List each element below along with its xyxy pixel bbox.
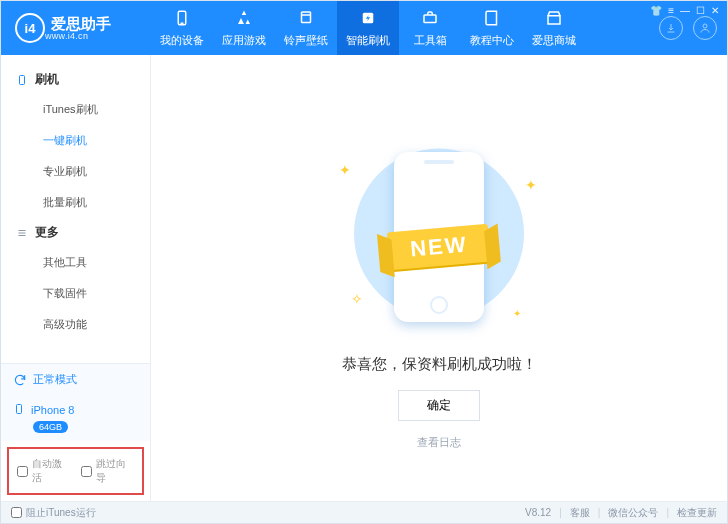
separator: |: [598, 507, 601, 518]
version-label: V8.12: [525, 507, 551, 518]
sidebar-item-advanced[interactable]: 高级功能: [1, 309, 150, 340]
sidebar-device-card[interactable]: iPhone 8 64GB: [1, 395, 150, 441]
app-logo: i4 爱思助手 www.i4.cn: [1, 13, 151, 43]
book-icon: [483, 9, 501, 29]
sidebar-item-itunes-flash[interactable]: iTunes刷机: [1, 94, 150, 125]
auto-activate-checkbox[interactable]: 自动激活: [17, 457, 71, 485]
skip-guide-checkbox[interactable]: 跳过向导: [81, 457, 135, 485]
nav-my-device[interactable]: 我的设备: [151, 1, 213, 55]
skip-guide-input[interactable]: [81, 466, 92, 477]
apps-icon: [235, 9, 253, 29]
separator: |: [559, 507, 562, 518]
sidebar-options-box: 自动激活 跳过向导: [7, 447, 144, 495]
nav-label: 爱思商城: [532, 33, 576, 48]
sidebar-section-label: 刷机: [35, 71, 59, 88]
view-log-link[interactable]: 查看日志: [417, 435, 461, 450]
flash-icon: [359, 9, 377, 29]
win-menu-icon[interactable]: ≡: [668, 5, 674, 16]
svg-rect-5: [424, 15, 436, 23]
app-subtitle: www.i4.cn: [45, 31, 111, 41]
success-illustration: NEW ✦ ✦ ✧ ✦: [319, 137, 559, 337]
footer-link-support[interactable]: 客服: [570, 506, 590, 520]
device-name: iPhone 8: [31, 404, 74, 416]
sparkle-icon: ✦: [513, 308, 521, 319]
nav-apps[interactable]: 应用游戏: [213, 1, 275, 55]
sidebar-item-pro-flash[interactable]: 专业刷机: [1, 156, 150, 187]
phone-outline-icon: [15, 74, 29, 86]
toolbox-icon: [421, 9, 439, 29]
block-itunes-input[interactable]: [11, 507, 22, 518]
win-close-icon[interactable]: ✕: [711, 5, 719, 16]
sparkle-icon: ✦: [339, 162, 351, 178]
nav-label: 智能刷机: [346, 33, 390, 48]
auto-activate-label: 自动激活: [32, 457, 71, 485]
svg-rect-2: [302, 12, 311, 23]
separator: |: [666, 507, 669, 518]
win-max-icon[interactable]: ☐: [696, 5, 705, 16]
svg-rect-7: [20, 75, 25, 84]
sidebar-item-other-tools[interactable]: 其他工具: [1, 247, 150, 278]
nav-tutorial[interactable]: 教程中心: [461, 1, 523, 55]
win-min-icon[interactable]: —: [680, 5, 690, 16]
footer-link-check-update[interactable]: 检查更新: [677, 506, 717, 520]
store-icon: [545, 9, 563, 29]
nav-label: 应用游戏: [222, 33, 266, 48]
win-tshirt-icon[interactable]: 👕: [650, 5, 662, 16]
nav-label: 工具箱: [414, 33, 447, 48]
ok-button[interactable]: 确定: [398, 390, 480, 421]
account-button[interactable]: [693, 16, 717, 40]
nav-label: 铃声壁纸: [284, 33, 328, 48]
sparkle-icon: ✦: [525, 177, 537, 193]
download-button[interactable]: [659, 16, 683, 40]
footer-link-wechat[interactable]: 微信公众号: [608, 506, 658, 520]
phone-icon: [173, 9, 191, 29]
device-phone-icon: [13, 403, 25, 417]
main-nav: 我的设备 应用游戏 铃声壁纸 智能刷机 工具箱 教程中心: [151, 1, 585, 55]
auto-activate-input[interactable]: [17, 466, 28, 477]
nav-label: 教程中心: [470, 33, 514, 48]
block-itunes-label: 阻止iTunes运行: [26, 506, 96, 520]
music-icon: [297, 9, 315, 29]
sidebar-section-more: 更多: [1, 218, 150, 247]
sidebar-mode-status[interactable]: 正常模式: [1, 364, 150, 395]
list-icon: [15, 227, 29, 239]
refresh-icon: [13, 373, 27, 387]
skip-guide-label: 跳过向导: [96, 457, 135, 485]
nav-store[interactable]: 爱思商城: [523, 1, 585, 55]
nav-smart-flash[interactable]: 智能刷机: [337, 1, 399, 55]
device-storage-badge: 64GB: [33, 421, 68, 433]
new-ribbon: NEW: [387, 223, 491, 270]
success-message: 恭喜您，保资料刷机成功啦！: [342, 355, 537, 374]
nav-label: 我的设备: [160, 33, 204, 48]
sidebar-section-label: 更多: [35, 224, 59, 241]
svg-rect-11: [17, 405, 22, 414]
sidebar-section-flash: 刷机: [1, 65, 150, 94]
nav-toolbox[interactable]: 工具箱: [399, 1, 461, 55]
app-title: 爱思助手: [51, 16, 111, 31]
block-itunes-checkbox[interactable]: 阻止iTunes运行: [11, 506, 96, 520]
sparkle-icon: ✧: [351, 291, 363, 307]
sidebar-mode-label: 正常模式: [33, 372, 77, 387]
sidebar-item-batch-flash[interactable]: 批量刷机: [1, 187, 150, 218]
svg-point-6: [703, 24, 707, 28]
nav-ringtone[interactable]: 铃声壁纸: [275, 1, 337, 55]
logo-mark-icon: i4: [15, 13, 45, 43]
sidebar-item-download-fw[interactable]: 下载固件: [1, 278, 150, 309]
sidebar-item-oneclick-flash[interactable]: 一键刷机: [1, 125, 150, 156]
